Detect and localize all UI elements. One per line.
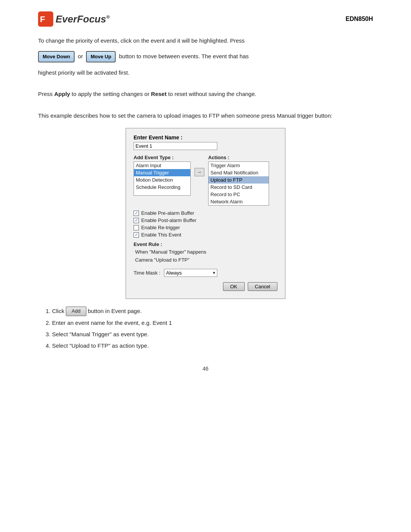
time-mask-select-wrapper[interactable]: Always Custom [164, 269, 217, 277]
move-down-button[interactable]: Move Down [38, 51, 75, 62]
svg-text:F: F [40, 14, 45, 24]
step-1-prefix: Click [52, 308, 66, 314]
time-mask-select[interactable]: Always Custom [164, 269, 217, 277]
enter-event-name-label: Enter Event Name : [134, 134, 277, 141]
page-header: F EverFocus® EDN850H [38, 11, 373, 27]
re-trigger-checkbox[interactable] [134, 225, 139, 230]
time-mask-label: Time Mask : [134, 270, 160, 276]
step-4-text: Select "Upload to FTP" as action type. [52, 342, 149, 349]
enable-event-label: Enable This Event [141, 232, 181, 238]
ok-button[interactable]: OK [223, 282, 245, 291]
event-type-actions-row: Add Event Type : Alarm Input Manual Trig… [134, 155, 277, 206]
step-2-num: 2. [46, 320, 52, 326]
priority-text: highest priority will be activated first… [38, 68, 373, 78]
list-item-manual-trigger[interactable]: Manual Trigger [134, 169, 190, 176]
arrow-col: → [194, 168, 204, 176]
event-rule-section: Event Rule : When "Manual Trigger" happe… [134, 241, 277, 264]
post-alarm-label: Enable Post-alarm Buffer [141, 217, 196, 223]
checkbox-re-trigger[interactable]: Enable Re-trigger [134, 225, 277, 230]
add-event-type-label: Add Event Type : [134, 155, 191, 160]
intro-paragraph: To change the priority of events, click … [38, 36, 373, 46]
time-mask-row: Time Mask : Always Custom [134, 269, 277, 277]
step-1-suffix: button in Event page. [88, 308, 142, 314]
actions-col: Actions : Trigger Alarm Send Mail Notifi… [208, 155, 269, 206]
step-3-num: 3. [46, 331, 52, 337]
list-item-trigger-alarm[interactable]: Trigger Alarm [209, 162, 269, 169]
list-item-network-alarm[interactable]: Network Alarm [209, 198, 269, 205]
step-1: 1. Click Add button in Event page. [46, 307, 373, 316]
re-trigger-label: Enable Re-trigger [141, 225, 180, 230]
list-item-send-mail[interactable]: Send Mail Notification [209, 169, 269, 176]
move-buttons-line: Move Down or Move Up button to move betw… [38, 51, 373, 62]
steps-list: 1. Click Add button in Event page. 2. En… [42, 307, 373, 350]
add-button-inline[interactable]: Add [66, 307, 86, 316]
checkbox-enable-event[interactable]: Enable This Event [134, 232, 277, 238]
step-4-num: 4. [46, 342, 52, 349]
list-item-record-pc[interactable]: Record to PC [209, 191, 269, 198]
event-dialog: Enter Event Name : Add Event Type : Alar… [126, 128, 285, 299]
list-item-upload-ftp[interactable]: Upload to FTP [209, 176, 269, 184]
checkbox-pre-alarm[interactable]: Enable Pre-alarm Buffer [134, 210, 277, 216]
list-item-motion-detection[interactable]: Motion Detection [134, 176, 190, 184]
enable-event-checkbox[interactable] [134, 232, 139, 238]
pre-alarm-checkbox[interactable] [134, 211, 139, 216]
step-2-text: Enter an event name for the event, e.g. … [52, 320, 172, 326]
step-4: 4. Select "Upload to FTP" as action type… [46, 341, 373, 350]
checkbox-post-alarm[interactable]: Enable Post-alarm Buffer [134, 217, 277, 223]
example-paragraph: This example describes how to set the ca… [38, 111, 373, 121]
step-3: 3. Select "Manual Trigger" as event type… [46, 330, 373, 339]
cancel-button[interactable]: Cancel [248, 282, 277, 291]
event-name-input[interactable] [134, 142, 217, 150]
actions-label: Actions : [208, 155, 269, 160]
event-rule-line2: Camera "Upload to FTP" [135, 256, 277, 264]
list-item-alarm-input[interactable]: Alarm Input [134, 162, 190, 169]
step-1-num: 1. [46, 308, 52, 314]
checkboxes-section: Enable Pre-alarm Buffer Enable Post-alar… [134, 210, 277, 238]
page-number: 46 [38, 366, 373, 372]
logo-text: EverFocus® [56, 13, 110, 25]
pre-alarm-label: Enable Pre-alarm Buffer [141, 210, 194, 216]
list-item-schedule-recording[interactable]: Schedule Recording [134, 184, 190, 191]
event-rule-label: Event Rule : [134, 241, 277, 247]
apply-reset-paragraph: Press Apply to apply the setting changes… [38, 89, 373, 99]
everfocus-logo-icon: F [38, 11, 53, 27]
logo-container: F EverFocus® [38, 11, 110, 27]
post-alarm-checkbox[interactable] [134, 218, 139, 223]
move-up-button[interactable]: Move Up [86, 51, 116, 62]
actions-listbox[interactable]: Trigger Alarm Send Mail Notification Upl… [208, 161, 269, 206]
model-name: EDN850H [346, 16, 373, 22]
event-type-listbox[interactable]: Alarm Input Manual Trigger Motion Detect… [134, 161, 191, 196]
list-item-record-sd[interactable]: Record to SD Card [209, 184, 269, 191]
arrow-right-button[interactable]: → [194, 168, 204, 176]
step-3-text: Select "Manual Trigger" as event type. [52, 331, 149, 337]
dialog-buttons: OK Cancel [134, 282, 277, 291]
step-2: 2. Enter an event name for the event, e.… [46, 318, 373, 328]
event-rule-line1: When "Manual Trigger" happens [135, 248, 277, 256]
add-event-type-col: Add Event Type : Alarm Input Manual Trig… [134, 155, 191, 196]
